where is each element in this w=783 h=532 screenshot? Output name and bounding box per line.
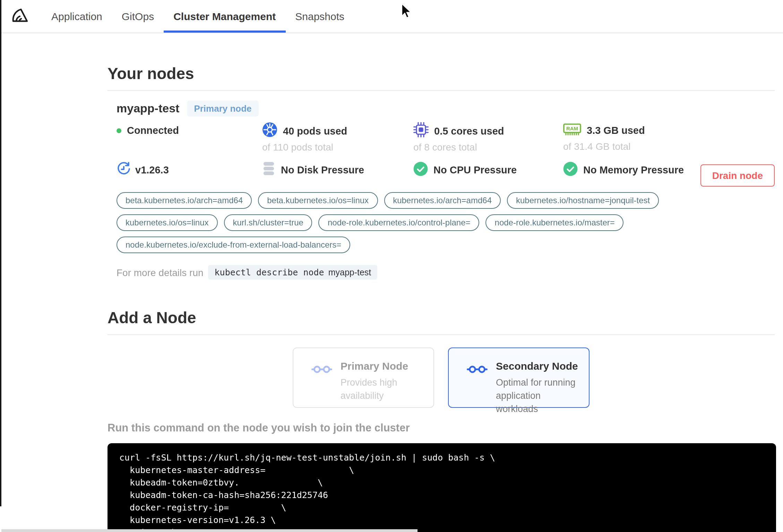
- describe-command-node-name: myapp-test: [328, 267, 371, 277]
- describe-command-text: kubectl describe node: [215, 267, 324, 277]
- node-label-pill: node.kubernetes.io/exclude-from-external…: [117, 237, 350, 253]
- secondary-node-option-card[interactable]: Secondary Node Optimal for running appli…: [448, 347, 590, 408]
- nav-tabs: Application GitOps Cluster Management Sn…: [42, 0, 354, 33]
- node-label-pill: kubernetes.io/os=linux: [117, 214, 218, 231]
- code-line: kubernetes-version=v1.26.3 \: [119, 514, 764, 526]
- disk-icon: [262, 161, 275, 178]
- cluster-management-page: Application GitOps Cluster Management Sn…: [0, 0, 783, 532]
- code-line: kubernetes-master-address= \: [119, 464, 764, 477]
- tab-gitops[interactable]: GitOps: [112, 0, 164, 33]
- node-label-pill: kubernetes.io/hostname=jonquil-test: [507, 192, 659, 209]
- node-label-pill: kubernetes.io/arch=amd64: [384, 192, 501, 209]
- node-conditions-row: v1.26.3 No Disk Pressure: [117, 161, 775, 178]
- node-name: myapp-test: [117, 102, 179, 115]
- svg-text:RAM: RAM: [566, 125, 578, 131]
- node-label-pill: beta.kubernetes.io/arch=amd64: [117, 192, 252, 209]
- cpu-pressure-condition: No CPU Pressure: [413, 161, 563, 178]
- node-label-pill: node-role.kubernetes.io/control-plane=: [319, 214, 480, 231]
- check-circle-icon: [413, 161, 428, 178]
- status-dot-icon: [117, 128, 121, 133]
- check-circle-icon: [563, 161, 578, 178]
- cpu-pressure-label: No CPU Pressure: [433, 164, 517, 175]
- tab-snapshots[interactable]: Snapshots: [285, 0, 354, 33]
- node-labels: beta.kubernetes.io/arch=amd64 beta.kuber…: [117, 192, 775, 253]
- primary-node-option-description: Provides high availability: [341, 376, 429, 402]
- main-content: Your nodes myapp-test Primary node Conne…: [107, 33, 775, 532]
- secondary-node-option-title: Secondary Node: [496, 360, 585, 372]
- cores-used-label: 0.5 cores used: [434, 125, 504, 136]
- pods-total-label: of 110 pods total: [262, 141, 413, 153]
- tab-application[interactable]: Application: [42, 0, 112, 33]
- describe-node-command-chip: kubectl describe node myapp-test: [208, 265, 378, 280]
- version-update-icon: [117, 161, 131, 178]
- tab-cluster-management[interactable]: Cluster Management: [164, 0, 285, 33]
- node-link-icon: [467, 364, 488, 407]
- window-left-edge: [0, 0, 1, 506]
- code-line: curl -fsSL https://kurl.sh/jq-new-test-u…: [119, 452, 764, 464]
- disk-pressure-label: No Disk Pressure: [281, 164, 364, 175]
- memory-total-label: of 31.4 GB total: [563, 141, 775, 152]
- kubernetes-icon: [262, 122, 277, 139]
- node-label-pill: node-role.kubernetes.io/master=: [486, 214, 624, 231]
- cores-total-label: of 8 cores total: [413, 141, 563, 153]
- top-nav: Application GitOps Cluster Management Sn…: [0, 0, 783, 33]
- node-link-icon: [311, 364, 332, 407]
- disk-pressure-condition: No Disk Pressure: [262, 161, 413, 178]
- pods-used-label: 40 pods used: [283, 125, 347, 136]
- ram-icon: RAM: [563, 122, 581, 138]
- node-status: Connected: [117, 122, 262, 139]
- node-card: myapp-test Primary node Connected: [107, 91, 775, 280]
- join-command-label: Run this command on the node you wish to…: [107, 422, 775, 434]
- kurl-logo[interactable]: [0, 0, 30, 33]
- join-command-code-block: curl -fsSL https://kurl.sh/jq-new-test-u…: [107, 443, 776, 532]
- cores-stat: 0.5 cores used of 8 cores total: [413, 122, 563, 153]
- section-divider: [107, 334, 775, 335]
- add-node-heading: Add a Node: [107, 309, 775, 327]
- version-label: v1.26.3: [135, 164, 169, 175]
- pods-stat: 40 pods used of 110 pods total: [262, 122, 413, 153]
- node-type-options: Primary Node Provides high availability …: [107, 347, 775, 408]
- node-stats-row: Connected: [117, 122, 775, 153]
- code-line: docker-registry-ip= \: [119, 501, 764, 514]
- node-label-pill: kurl.sh/cluster=true: [224, 214, 312, 231]
- window-bottom-edge: [1, 529, 418, 532]
- memory-stat: RAM 3.3 GB used of 31.4 GB to: [563, 122, 775, 153]
- details-prefix: For more details run: [117, 267, 204, 278]
- mouse-cursor-icon: [401, 3, 413, 24]
- primary-node-option-card[interactable]: Primary Node Provides high availability: [293, 347, 434, 408]
- kurl-logo-icon: [10, 5, 30, 27]
- primary-node-option-title: Primary Node: [341, 360, 429, 372]
- node-details-hint: For more details run kubectl describe no…: [117, 265, 775, 280]
- drain-node-button[interactable]: Drain node: [700, 164, 775, 187]
- primary-node-badge: Primary node: [187, 101, 258, 117]
- node-version: v1.26.3: [117, 161, 262, 178]
- code-line: kubeadm-token=0ztbvy. \: [119, 477, 764, 489]
- code-line: kubeadm-token-ca-hash=sha256:221d25746: [119, 489, 764, 501]
- secondary-node-option-description: Optimal for running application workload…: [496, 376, 585, 415]
- memory-pressure-label: No Memory Pressure: [583, 164, 684, 175]
- memory-used-label: 3.3 GB used: [587, 125, 645, 136]
- node-label-pill: beta.kubernetes.io/os=linux: [258, 192, 378, 209]
- status-label: Connected: [127, 125, 179, 136]
- your-nodes-heading: Your nodes: [107, 33, 775, 83]
- cpu-icon: [413, 122, 429, 139]
